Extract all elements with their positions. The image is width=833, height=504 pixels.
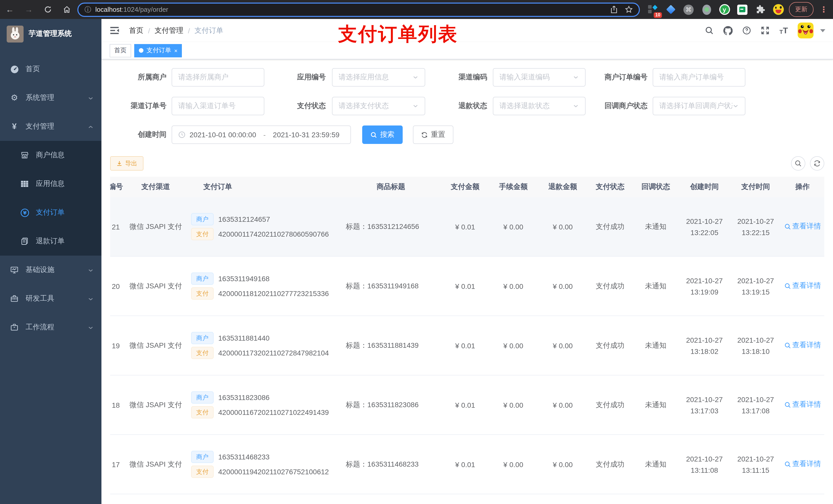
- chevron-down-icon: [573, 74, 579, 80]
- filter-input-0-0[interactable]: 请选择所属商户: [172, 68, 264, 87]
- github-icon[interactable]: [723, 26, 733, 35]
- navbar: 首页/支付管理/支付订单 TT: [101, 19, 833, 42]
- star-icon[interactable]: [625, 6, 633, 13]
- cell-notify: 未通知: [633, 197, 678, 256]
- chevron-down-icon: [88, 95, 94, 101]
- y-extension-icon[interactable]: y: [719, 4, 730, 15]
- tag-active[interactable]: 支付订单×: [134, 44, 182, 57]
- browser-menu-icon[interactable]: ⋮: [820, 5, 828, 14]
- filter-select-1-3[interactable]: 请选择订单回调商户状态: [653, 97, 745, 115]
- command-icon[interactable]: ⌘: [683, 4, 694, 15]
- filter-select-0-2[interactable]: 请输入渠道编码: [493, 68, 586, 87]
- placeholder-text: 请输入渠道编码: [499, 73, 550, 82]
- font-size-icon[interactable]: TT: [780, 26, 788, 34]
- cell-fee: ¥ 0.00: [488, 197, 539, 256]
- cell-notify: 未通知: [633, 256, 678, 316]
- address-bar[interactable]: ⓘ localhost:1024/pay/order: [77, 2, 640, 17]
- tag-item[interactable]: 首页: [110, 44, 131, 57]
- sidebar-fold-icon[interactable]: [109, 25, 120, 36]
- cell-channel: 微信 JSAPI 支付: [125, 375, 186, 435]
- chevron-down-icon: [88, 325, 94, 331]
- export-button[interactable]: 导出: [110, 156, 143, 171]
- column-header-7: 支付状态: [587, 177, 633, 197]
- home-icon[interactable]: [62, 5, 71, 14]
- sidebar-item-9[interactable]: 工作流程: [0, 313, 101, 342]
- filter-select-1-1[interactable]: 请选择支付状态: [332, 97, 425, 115]
- cell-fee: ¥ 0.00: [488, 316, 539, 375]
- view-detail-link[interactable]: 查看详情: [784, 222, 821, 231]
- refresh-button[interactable]: [810, 156, 824, 171]
- browser-update-button[interactable]: 更新: [789, 2, 813, 17]
- back-icon[interactable]: ←: [5, 5, 14, 14]
- toggle-search-button[interactable]: [791, 156, 805, 171]
- sidebar-item-8[interactable]: 研发工具: [0, 284, 101, 313]
- view-detail-link[interactable]: 查看详情: [784, 400, 821, 409]
- sidebar-item-0[interactable]: 首页: [0, 55, 101, 83]
- filter-label: 渠道订单号: [110, 101, 166, 111]
- search-icon[interactable]: [705, 26, 714, 35]
- fullscreen-icon[interactable]: [761, 26, 770, 35]
- gem-icon[interactable]: [665, 4, 676, 15]
- filter-form: 所属商户请选择所属商户应用编号请选择应用信息渠道编码请输入渠道编码商户订单编号请…: [110, 68, 824, 115]
- share-icon[interactable]: [611, 6, 617, 13]
- create-time-range-input[interactable]: 2021-10-01 00:00:00 - 2021-10-31 23:59:5…: [172, 125, 351, 144]
- cell-amount: ¥ 0.01: [442, 316, 488, 375]
- table-row-3: 18微信 JSAPI 支付商户1635311823086支付4200001167…: [110, 375, 824, 435]
- reset-button[interactable]: 重置: [413, 125, 453, 144]
- cell-notify: 未通知: [633, 316, 678, 375]
- extensions-grid-icon[interactable]: 10: [647, 4, 658, 15]
- search-button[interactable]: 搜索: [362, 125, 403, 144]
- cell-create-time: 2021-10-2713:22:05: [678, 197, 731, 256]
- breadcrumb-item[interactable]: 支付管理: [155, 26, 184, 35]
- filter-row-date: 创建时间 2021-10-01 00:00:00 - 2021-10-31 23…: [110, 125, 824, 144]
- sidebar-item-6[interactable]: 退款订单: [0, 227, 101, 256]
- cell-channel: 微信 JSAPI 支付: [125, 256, 186, 316]
- placeholder-text: 请选择订单回调商户状态: [659, 101, 733, 111]
- view-detail-link[interactable]: 查看详情: [784, 460, 821, 469]
- reload-icon[interactable]: [43, 5, 52, 14]
- emoji-extension-icon[interactable]: [772, 4, 784, 15]
- breadcrumb-item[interactable]: 首页: [129, 26, 143, 35]
- view-detail-link[interactable]: 查看详情: [784, 341, 821, 350]
- sidebar-item-1[interactable]: ⚙系统管理: [0, 83, 101, 112]
- help-icon[interactable]: [743, 26, 751, 35]
- filter-label: 应用编号: [296, 73, 326, 82]
- tags-view: 首页支付订单×: [101, 42, 833, 59]
- pikachu-avatar[interactable]: [798, 23, 813, 39]
- order-no: 4200001174202110278060590766: [218, 230, 329, 238]
- sidebar-item-5[interactable]: ¥支付订单: [0, 198, 101, 227]
- sidebar-item-7[interactable]: 基础设施: [0, 256, 101, 284]
- order-no: 1635311468233: [218, 453, 269, 461]
- cell-fee: ¥ 0.00: [488, 256, 539, 316]
- filter-input-1-0[interactable]: 请输入渠道订单号: [172, 97, 264, 115]
- filter-input-0-3[interactable]: 请输入商户订单编号: [653, 68, 745, 87]
- sidebar-item-label: 研发工具: [26, 294, 54, 303]
- dropdown-caret-icon[interactable]: [820, 29, 825, 32]
- cell-actions: 查看详情: [781, 316, 824, 375]
- cell-actions: 查看详情: [781, 197, 824, 256]
- table-toolbar: 导出: [110, 156, 824, 171]
- chat-extension-icon[interactable]: [737, 4, 748, 15]
- cell-title: 标题：1635312124656: [340, 197, 442, 256]
- recorder-icon[interactable]: [701, 4, 712, 15]
- info-icon[interactable]: ⓘ: [85, 5, 91, 14]
- view-detail-link[interactable]: 查看详情: [784, 282, 821, 291]
- sidebar-item-4[interactable]: 应用信息: [0, 170, 101, 198]
- cell-amount: ¥ 0.01: [442, 197, 488, 256]
- extension-badge: 10: [654, 12, 662, 18]
- cell-id: 20: [110, 256, 125, 316]
- puzzle-icon[interactable]: [755, 4, 766, 15]
- cell-refund: ¥ 0.00: [539, 316, 587, 375]
- filter-select-0-1[interactable]: 请选择应用信息: [332, 68, 425, 87]
- close-icon[interactable]: ×: [174, 47, 177, 53]
- sidebar-item-3[interactable]: 商户信息: [0, 141, 101, 170]
- sidebar-logo[interactable]: 芋道管理系统: [0, 19, 101, 49]
- filter-select-1-2[interactable]: 请选择退款状态: [493, 97, 586, 115]
- cell-order: 商户1635311949168支付42000011812021102777232…: [186, 256, 340, 316]
- order-no: 1635311949168: [218, 274, 269, 283]
- breadcrumb: 首页/支付管理/支付订单: [129, 26, 223, 35]
- column-header-5: 手续金额: [488, 177, 539, 197]
- placeholder-text: 请选择支付状态: [339, 101, 389, 111]
- forward-icon[interactable]: →: [24, 5, 33, 14]
- sidebar-item-2[interactable]: ¥支付管理: [0, 112, 101, 141]
